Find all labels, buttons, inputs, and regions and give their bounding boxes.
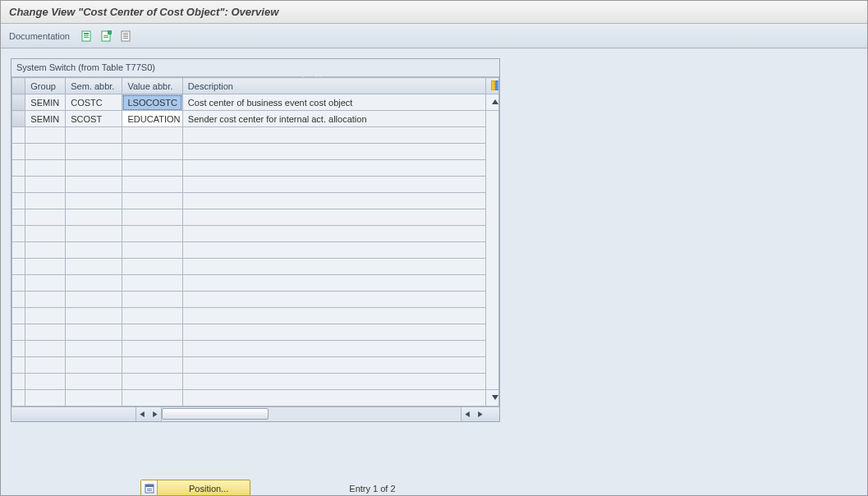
svg-rect-9 <box>123 33 128 34</box>
row-selector[interactable] <box>12 226 25 242</box>
svg-rect-14 <box>496 80 499 90</box>
table-row[interactable] <box>12 160 499 177</box>
svg-rect-10 <box>123 34 128 35</box>
documentation-button[interactable]: Documentation <box>9 31 75 41</box>
table-row[interactable] <box>12 390 499 406</box>
row-selector[interactable] <box>12 144 25 160</box>
scroll-up-button[interactable] <box>485 94 498 111</box>
panel-title: System Switch (from Table T77S0) <box>11 59 499 77</box>
row-selector[interactable] <box>12 324 25 341</box>
cell-sem[interactable]: COSTC <box>66 94 122 111</box>
svg-marker-18 <box>153 411 157 417</box>
cell-val[interactable]: LSOCOSTC <box>122 94 182 111</box>
scroll-track[interactable] <box>485 111 498 390</box>
row-selector[interactable] <box>12 275 25 292</box>
footer-area: Position... Entry 1 of 2 <box>140 480 396 496</box>
cell-group[interactable]: SEMIN <box>25 111 66 127</box>
svg-rect-13 <box>491 80 495 90</box>
cell-desc[interactable]: Cost center of business event cost objec… <box>182 94 485 111</box>
col-header-desc[interactable]: Description <box>182 78 485 94</box>
table-row[interactable] <box>12 292 499 308</box>
table-row[interactable] <box>12 324 499 341</box>
row-selector[interactable] <box>12 111 25 127</box>
table-row[interactable] <box>12 226 499 242</box>
row-selector[interactable] <box>12 259 25 275</box>
row-selector[interactable] <box>12 292 25 308</box>
table-row[interactable] <box>12 209 499 226</box>
row-selector[interactable] <box>12 94 25 111</box>
row-selector[interactable] <box>12 160 25 177</box>
hscroll-left-button[interactable] <box>138 410 148 420</box>
row-selector[interactable] <box>12 209 25 226</box>
hscroll-bar <box>11 406 499 421</box>
svg-rect-5 <box>108 30 112 34</box>
row-selector[interactable] <box>12 374 25 390</box>
svg-rect-23 <box>147 489 152 489</box>
table-row[interactable] <box>12 127 499 144</box>
page-title: Change View "Cost Center of Cost Object"… <box>9 6 278 18</box>
configure-columns-button[interactable] <box>485 78 498 94</box>
col-header-sem[interactable]: Sem. abbr. <box>66 78 122 94</box>
row-selector[interactable] <box>12 308 25 324</box>
svg-marker-17 <box>140 411 144 417</box>
table-row[interactable] <box>12 242 499 259</box>
table-row[interactable] <box>12 275 499 292</box>
svg-rect-22 <box>145 485 154 487</box>
position-button[interactable]: Position... <box>140 480 250 496</box>
cell-desc[interactable]: Sender cost center for internal act. all… <box>182 111 485 127</box>
col-header-val[interactable]: Value abbr. <box>122 78 182 94</box>
table-row[interactable] <box>12 374 499 390</box>
svg-rect-3 <box>84 37 89 38</box>
position-button-label: Position... <box>158 484 250 494</box>
table-row[interactable]: SEMIN SCOST EDUCATION Sender cost center… <box>12 111 499 127</box>
table-header-row: Group Sem. abbr. Value abbr. Description <box>12 78 499 94</box>
toolbar-icon-2[interactable] <box>99 29 114 44</box>
data-table: Group Sem. abbr. Value abbr. Description… <box>11 77 499 406</box>
svg-rect-7 <box>103 37 108 38</box>
svg-marker-15 <box>492 99 498 104</box>
table-row[interactable] <box>12 308 499 324</box>
cell-group[interactable]: SEMIN <box>25 94 66 111</box>
cell-sem[interactable]: SCOST <box>66 111 122 127</box>
select-all-rows[interactable] <box>12 78 25 94</box>
svg-marker-20 <box>478 411 482 417</box>
toolbar-icon-3[interactable] <box>119 29 134 44</box>
grid-panel: System Switch (from Table T77S0) Group S… <box>11 58 500 422</box>
toolbar-icon-1[interactable] <box>80 29 94 44</box>
table-row[interactable] <box>12 357 499 374</box>
position-icon <box>141 480 158 496</box>
svg-rect-6 <box>103 35 108 36</box>
row-selector[interactable] <box>12 177 25 193</box>
workspace: © www.tutorialkart.com System Switch (fr… <box>1 48 867 495</box>
row-selector[interactable] <box>12 357 25 374</box>
cell-val[interactable]: EDUCATION <box>122 111 182 127</box>
scroll-down-button[interactable] <box>485 390 498 406</box>
svg-rect-24 <box>147 490 152 491</box>
svg-marker-19 <box>465 411 469 417</box>
svg-rect-12 <box>123 38 128 39</box>
toolbar: Documentation <box>1 24 867 48</box>
row-selector[interactable] <box>12 390 25 406</box>
svg-rect-2 <box>84 35 89 36</box>
hscroll-track[interactable] <box>161 407 462 421</box>
row-selector[interactable] <box>12 242 25 259</box>
table-row[interactable] <box>12 144 499 160</box>
hscroll-right-button[interactable] <box>149 410 159 420</box>
table-row[interactable] <box>12 341 499 357</box>
title-bar: Change View "Cost Center of Cost Object"… <box>1 1 867 24</box>
table-row[interactable] <box>12 259 499 275</box>
col-header-group[interactable]: Group <box>25 78 66 94</box>
table-row[interactable]: SEMIN COSTC LSOCOSTC Cost center of busi… <box>12 94 499 111</box>
svg-marker-16 <box>492 395 498 400</box>
row-selector[interactable] <box>12 341 25 357</box>
svg-rect-11 <box>123 36 128 37</box>
row-selector[interactable] <box>12 193 25 209</box>
table-row[interactable] <box>12 193 499 209</box>
entry-info: Entry 1 of 2 <box>349 484 395 494</box>
svg-rect-1 <box>84 33 89 34</box>
row-selector[interactable] <box>12 127 25 144</box>
hscroll-thumb[interactable] <box>162 408 269 420</box>
table-row[interactable] <box>12 177 499 193</box>
hscroll-right-button-2[interactable] <box>475 410 485 420</box>
hscroll-left-button-2[interactable] <box>463 410 473 420</box>
